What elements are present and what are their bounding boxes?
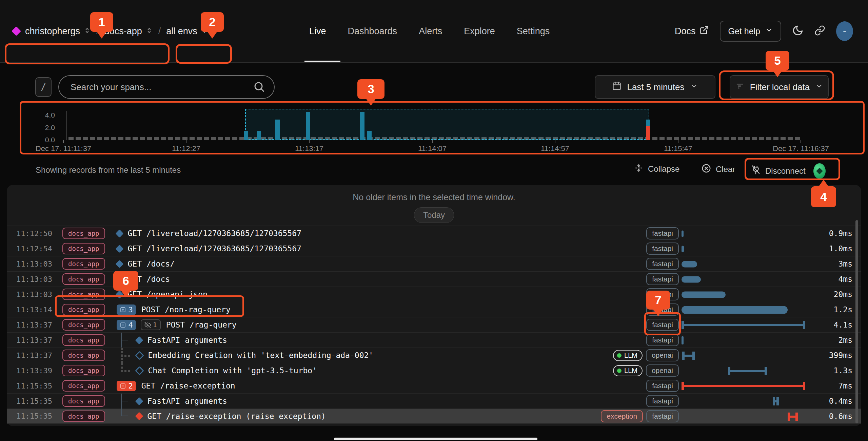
- span-name[interactable]: GET /raise-exception: [141, 381, 235, 390]
- docs-link[interactable]: Docs: [675, 25, 709, 37]
- tab-alerts[interactable]: Alerts: [419, 0, 442, 62]
- table-row[interactable]: 11:13:37docs_app41POST /rag-queryfastapi…: [7, 317, 861, 332]
- app-tag[interactable]: docs_app: [62, 304, 105, 315]
- row-timestamp: 11:15:35: [16, 382, 58, 390]
- expand-toggle[interactable]: 4: [117, 320, 136, 330]
- tab-dashboards[interactable]: Dashboards: [348, 0, 397, 62]
- vertical-scrollbar[interactable]: [855, 220, 858, 423]
- app-tag[interactable]: docs_app: [62, 243, 105, 254]
- tag-fastapi[interactable]: fastapi: [646, 258, 679, 270]
- filter-local-data-button[interactable]: Filter local data: [730, 75, 829, 99]
- table-row[interactable]: 11:13:39docs_appChat Completion with 'gp…: [7, 363, 861, 378]
- span-name[interactable]: POST /rag-query: [166, 320, 237, 329]
- tag-fastapi[interactable]: fastapi: [646, 395, 679, 407]
- disconnect-button[interactable]: Disconnect: [751, 163, 826, 179]
- span-name[interactable]: GET /livereload/1270363685/1270365567: [128, 244, 301, 253]
- avatar[interactable]: -: [836, 21, 853, 41]
- chart-bar: [257, 131, 261, 140]
- row-marker: 2: [117, 381, 136, 391]
- span-name[interactable]: POST /non-rag-query: [141, 305, 231, 314]
- theme-toggle-button[interactable]: [792, 25, 804, 38]
- org-selector[interactable]: christophergs: [25, 26, 91, 37]
- get-help-button[interactable]: Get help: [720, 21, 781, 42]
- day-separator-pill[interactable]: Today: [414, 207, 454, 223]
- span-name[interactable]: Chat Completion with 'gpt-3.5-turbo': [148, 366, 317, 375]
- span-name[interactable]: Embedding Creation with 'text-embedding-…: [148, 351, 374, 360]
- y-axis-tick-label: 0.0: [31, 136, 55, 144]
- duration-label: 4ms: [838, 275, 852, 284]
- tab-explore[interactable]: Explore: [464, 0, 495, 62]
- table-row[interactable]: 11:13:37docs_appFastAPI argumentsfastapi…: [7, 332, 861, 348]
- table-row[interactable]: 11:13:37docs_appEmbedding Creation with …: [7, 348, 861, 363]
- collapse-button[interactable]: Collapse: [634, 163, 679, 175]
- activity-chart[interactable]: 4.02.00.0Dec 17. 11:11:3711:12:2711:13:1…: [0, 102, 868, 156]
- clear-button[interactable]: Clear: [701, 163, 735, 175]
- app-tag[interactable]: docs_app: [62, 365, 105, 376]
- share-link-button[interactable]: [814, 25, 825, 37]
- app-tag[interactable]: docs_app: [62, 319, 105, 331]
- duration-bar: [682, 394, 810, 409]
- filter-icon: [735, 81, 745, 93]
- tag-exception[interactable]: exception: [601, 410, 643, 422]
- duration-bar: [682, 272, 810, 287]
- span-name[interactable]: GET /livereload/1270363685/1270365567: [128, 229, 301, 238]
- app-tag[interactable]: docs_app: [62, 334, 105, 346]
- table-row[interactable]: 11:12:50docs_appGET /livereload/12703636…: [7, 226, 861, 241]
- x-axis-tick-label: Dec 17. 11:16:37: [773, 144, 829, 153]
- top-bar: christophergs / docs-app / all envs Live…: [0, 0, 868, 63]
- duration-bar: [682, 226, 810, 241]
- app-tag[interactable]: docs_app: [62, 350, 105, 361]
- tag-fastapi[interactable]: fastapi: [646, 243, 679, 255]
- chart-bar: [244, 131, 248, 140]
- search-input[interactable]: [59, 82, 248, 93]
- row-marker: 3: [117, 304, 136, 315]
- tag-openai[interactable]: openai: [646, 364, 679, 377]
- tag-fastapi[interactable]: fastapi: [646, 334, 679, 346]
- app-tag[interactable]: docs_app: [62, 228, 105, 239]
- table-row[interactable]: 11:15:35docs_appGET /raise-exception (ra…: [7, 408, 861, 424]
- spans-panel: No older items in the selected time wind…: [7, 185, 861, 426]
- duration-bar: [682, 241, 810, 256]
- llm-badge[interactable]: LLM: [613, 350, 643, 361]
- table-row[interactable]: 11:13:14docs_app3POST /non-rag-queryfast…: [7, 302, 861, 317]
- x-axis-tick: [63, 140, 64, 143]
- span-name[interactable]: FastAPI arguments: [147, 397, 227, 405]
- table-row[interactable]: 11:15:35docs_appFastAPI argumentsfastapi…: [7, 393, 861, 408]
- table-row[interactable]: 11:12:54docs_appGET /livereload/12703636…: [7, 241, 861, 256]
- app-tag[interactable]: docs_app: [62, 258, 105, 270]
- hidden-spans-badge[interactable]: 1: [141, 319, 161, 330]
- duration-bar: [682, 302, 810, 317]
- tab-settings[interactable]: Settings: [517, 0, 550, 62]
- collapse-label: Collapse: [648, 164, 679, 174]
- x-axis-tick-label: 11:14:57: [541, 144, 569, 153]
- app-tag[interactable]: docs_app: [62, 411, 105, 422]
- tag-fastapi[interactable]: fastapi: [646, 319, 679, 331]
- tag-fastapi[interactable]: fastapi: [646, 380, 679, 392]
- row-tags: exceptionfastapi: [601, 410, 679, 422]
- tag-fastapi[interactable]: fastapi: [646, 227, 679, 239]
- table-row[interactable]: 11:13:03docs_appGET /docs/fastapi3ms: [7, 256, 861, 271]
- tab-live[interactable]: Live: [309, 0, 326, 62]
- tag-fastapi[interactable]: fastapi: [646, 273, 679, 285]
- span-name[interactable]: FastAPI arguments: [147, 336, 227, 344]
- tag-openai[interactable]: openai: [646, 349, 679, 361]
- tag-fastapi[interactable]: fastapi: [646, 410, 679, 422]
- x-axis-tick: [678, 140, 678, 143]
- org-diamond-icon: [12, 26, 21, 36]
- app-tag[interactable]: docs_app: [62, 273, 105, 285]
- llm-badge[interactable]: LLM: [613, 365, 643, 376]
- table-row[interactable]: 11:15:35docs_app2GET /raise-exceptionfas…: [7, 378, 861, 393]
- span-kind-diamond: [135, 366, 144, 375]
- span-name[interactable]: GET /docs/: [128, 259, 175, 268]
- chart-bar: [306, 112, 310, 140]
- app-tag[interactable]: docs_app: [62, 395, 105, 407]
- expand-toggle[interactable]: 2: [117, 381, 136, 391]
- time-range-button[interactable]: Last 5 minutes: [595, 75, 715, 99]
- span-name[interactable]: GET /openapi.json: [128, 290, 208, 299]
- expand-toggle[interactable]: 3: [117, 304, 136, 315]
- app-tag[interactable]: docs_app: [62, 380, 105, 392]
- x-axis-tick: [555, 140, 555, 143]
- chevron-down-icon: [815, 82, 823, 92]
- app-tag[interactable]: docs_app: [62, 289, 105, 300]
- span-name[interactable]: GET /raise-exception (raise_exception): [147, 412, 326, 421]
